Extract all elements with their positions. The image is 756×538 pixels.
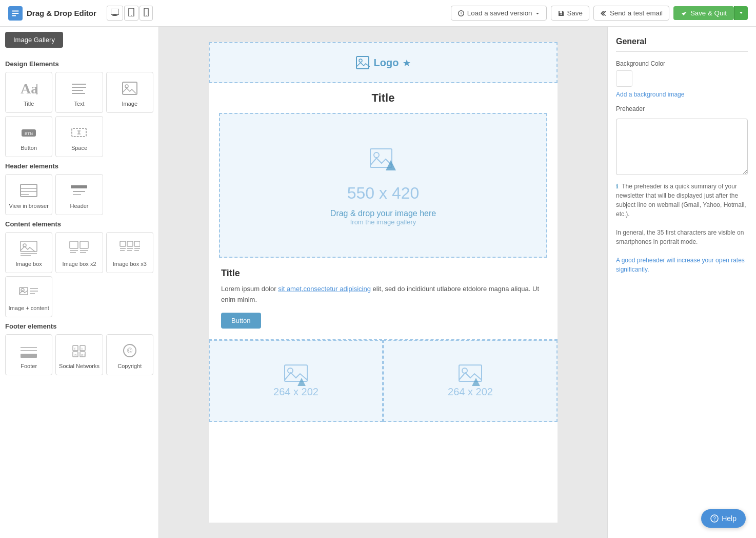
element-title[interactable]: Aa Title	[5, 72, 52, 113]
help-button[interactable]: ? Help	[701, 509, 746, 528]
svg-point-14	[125, 85, 128, 88]
load-version-button[interactable]: Load a saved version	[451, 6, 547, 21]
imagecontent-icon	[18, 283, 39, 302]
test-email-button[interactable]: Send a test email	[593, 6, 669, 21]
bg-color-picker[interactable]	[616, 70, 632, 87]
save-quit-dropdown[interactable]	[734, 6, 748, 20]
button-label: Button	[21, 145, 37, 151]
content-link[interactable]: sit amet,consectetur adipisicing	[278, 285, 371, 293]
space-label: Space	[71, 145, 87, 151]
svg-rect-2	[112, 15, 117, 16]
svg-rect-33	[80, 241, 88, 248]
info-text-1: ℹ The preheader is a quick summary of yo…	[616, 182, 748, 219]
email-canvas: Logo Title 550 x 420	[209, 42, 558, 523]
element-space[interactable]: Space	[55, 116, 103, 157]
element-text[interactable]: Text	[55, 72, 103, 113]
logo-block[interactable]: Logo	[209, 42, 558, 83]
save-quit-label: Save & Quit	[690, 9, 727, 17]
info-box: ℹ The preheader is a quick summary of yo…	[616, 182, 748, 274]
svg-text:f: f	[74, 347, 75, 351]
element-image-box[interactable]: Image box	[5, 232, 52, 273]
svg-rect-38	[120, 241, 126, 246]
preheader-textarea[interactable]	[616, 119, 748, 175]
element-image-box-2[interactable]: Image box x2	[55, 232, 103, 273]
svg-rect-39	[127, 241, 133, 246]
element-social[interactable]: fting+ Social Networks	[55, 334, 103, 375]
title-icon: Aa	[18, 79, 39, 98]
svg-text:g+: g+	[81, 353, 85, 357]
content-text: Lorem ipsum dolor sit amet,consectetur a…	[221, 284, 545, 305]
content-button[interactable]: Button	[221, 313, 261, 329]
col1-size: 264 x 202	[273, 386, 319, 398]
element-button[interactable]: BTN Button	[5, 116, 52, 157]
tablet-btn[interactable]	[124, 6, 138, 21]
svg-text:?: ?	[713, 516, 716, 522]
content-title: Title	[221, 268, 545, 279]
view-browser-label: View in browser	[9, 203, 48, 209]
svg-rect-32	[70, 241, 78, 248]
button-icon: BTN	[18, 123, 39, 142]
svg-rect-28	[21, 241, 37, 252]
right-panel: General Background Color Add a backgroun…	[607, 27, 756, 538]
svg-rect-0	[111, 9, 119, 14]
load-version-label: Load a saved version	[467, 9, 532, 17]
canvas-title: Title	[209, 83, 558, 113]
brand-name: Drag & Drop Editor	[27, 9, 96, 17]
desktop-btn[interactable]	[107, 6, 123, 21]
element-header[interactable]: Header	[55, 174, 103, 215]
save-button[interactable]: Save	[551, 6, 589, 21]
svg-rect-70	[285, 365, 307, 381]
svg-text:BTN: BTN	[25, 131, 33, 136]
drop-icon-area	[365, 145, 401, 176]
col-img-2[interactable]: 264 x 202	[383, 340, 558, 422]
add-bg-link[interactable]: Add a background image	[616, 91, 748, 98]
save-label: Save	[567, 9, 583, 17]
mobile-btn[interactable]	[140, 6, 153, 21]
svg-text:t: t	[82, 347, 83, 351]
svg-point-66	[359, 59, 362, 62]
header-actions: Load a saved version Save Send a test em…	[451, 6, 748, 21]
element-view-browser[interactable]: View in browser	[5, 174, 52, 215]
footer-elements-grid: Footer fting+ Social Networks © Copyrigh…	[5, 334, 153, 375]
element-copyright[interactable]: © Copyright	[106, 334, 153, 375]
svg-point-71	[288, 368, 293, 373]
brand: Drag & Drop Editor	[8, 6, 96, 21]
col2-size: 264 x 202	[448, 386, 493, 398]
element-image[interactable]: Image	[106, 72, 153, 113]
image-drop-wrapper: 550 x 420 Drag & drop your image here fr…	[209, 113, 558, 258]
copyright-icon: ©	[120, 341, 140, 360]
image-icon	[120, 79, 140, 98]
image-drop-zone[interactable]: 550 x 420 Drag & drop your image here fr…	[219, 113, 547, 258]
imagecontent-label: Image + content	[9, 305, 49, 311]
brand-icon	[8, 6, 23, 21]
imagebox3-label: Image box x3	[113, 261, 147, 267]
element-image-box-3[interactable]: Image box x3	[106, 232, 153, 273]
element-footer[interactable]: Footer	[5, 334, 52, 375]
svg-point-74	[462, 368, 467, 373]
imagebox-label: Image box	[15, 261, 42, 267]
header: Drag & Drop Editor Load a saved version …	[0, 0, 756, 27]
header-elements-title: Header elements	[5, 162, 153, 170]
svg-rect-56	[80, 345, 85, 351]
content-elements-title: Content elements	[5, 220, 153, 228]
col-img-1[interactable]: 264 x 202	[209, 340, 383, 422]
footer-elements-title: Footer elements	[5, 322, 153, 330]
design-elements-grid: Aa Title Text Image BTN	[5, 72, 153, 157]
image-gallery-button[interactable]: Image Gallery	[5, 32, 63, 48]
imagebox-icon	[18, 239, 39, 258]
design-elements-title: Design Elements	[5, 60, 153, 68]
svg-point-68	[374, 152, 379, 158]
content-elements-grid: Image box Image box x2 Image box x3 Imag…	[5, 232, 153, 317]
svg-rect-40	[134, 241, 140, 246]
svg-text:in: in	[74, 353, 77, 357]
text-icon	[69, 79, 89, 98]
content-block: Title Lorem ipsum dolor sit amet,consect…	[209, 258, 558, 339]
svg-rect-73	[459, 365, 482, 381]
element-image-content[interactable]: Image + content	[5, 276, 52, 317]
info-text-2: In general, the 35 first characters are …	[616, 228, 748, 246]
space-icon	[69, 123, 89, 142]
save-quit-button[interactable]: Save & Quit	[673, 6, 734, 20]
panel-title: General	[616, 37, 748, 46]
bg-color-label: Background Color	[616, 60, 748, 67]
preheader-label: Preheader	[616, 105, 748, 112]
